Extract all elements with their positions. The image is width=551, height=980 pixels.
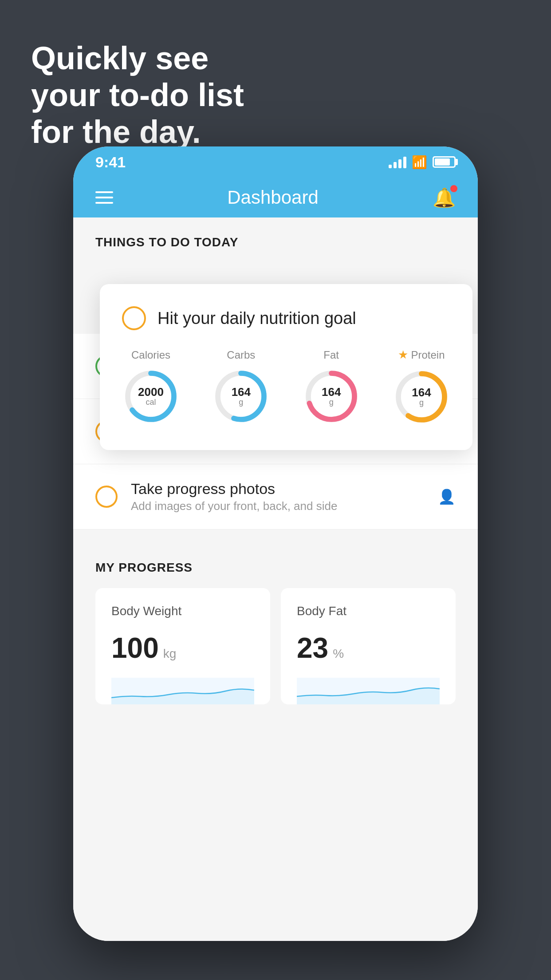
protein-donut: 164 g <box>393 368 450 426</box>
progress-card-weight-title: Body Weight <box>111 604 254 618</box>
progress-card-weight-unit: kg <box>163 647 177 661</box>
star-icon: ★ <box>398 348 408 362</box>
section-title: THINGS TO DO TODAY <box>95 235 238 249</box>
weight-chart <box>111 678 254 704</box>
nutrition-calories: Calories 2000 cal <box>122 349 180 425</box>
progress-card-fat-unit: % <box>333 647 344 661</box>
todo-title-photos: Take progress photos <box>131 480 425 498</box>
progress-card-fat[interactable]: Body Fat 23 % <box>281 588 456 704</box>
carbs-donut: 164 g <box>212 368 270 425</box>
progress-card-weight[interactable]: Body Weight 100 kg <box>95 588 270 704</box>
status-bar: 9:41 📶 <box>73 146 478 178</box>
nutrition-fat: Fat 164 g <box>303 349 360 425</box>
section-header: THINGS TO DO TODAY <box>73 217 478 258</box>
fat-donut: 164 g <box>303 368 360 425</box>
progress-card-fat-value: 23 <box>297 632 328 664</box>
calories-label: Calories <box>131 349 170 361</box>
progress-section: MY PROGRESS Body Weight 100 kg <box>73 538 478 718</box>
signal-icon <box>389 156 406 168</box>
nav-title: Dashboard <box>227 187 318 208</box>
todo-circle-photos <box>95 486 118 508</box>
hamburger-menu-button[interactable] <box>95 191 113 204</box>
protein-label: Protein <box>411 349 445 361</box>
fat-chart <box>297 678 440 704</box>
nutrition-carbs: Carbs 164 g <box>212 349 270 425</box>
todo-item-photos[interactable]: Take progress photos Add images of your … <box>73 464 478 530</box>
nutrition-goal-circle <box>122 306 146 330</box>
nutrition-card: Hit your daily nutrition goal Calories 2… <box>100 284 472 450</box>
photos-icon: 👤 <box>438 488 456 505</box>
status-time: 9:41 <box>95 154 126 171</box>
carbs-label: Carbs <box>227 349 255 361</box>
wifi-icon: 📶 <box>412 155 427 170</box>
nav-bar: Dashboard 🔔 <box>73 178 478 217</box>
phone-frame: 9:41 📶 Dashboard 🔔 THINGS TO <box>73 146 478 941</box>
hero-text: Quickly see your to-do list for the day. <box>31 40 244 150</box>
battery-icon <box>433 156 456 168</box>
todo-subtitle-photos: Add images of your front, back, and side <box>131 499 425 513</box>
fat-label: Fat <box>323 349 339 361</box>
notifications-button[interactable]: 🔔 <box>433 187 456 209</box>
progress-card-fat-title: Body Fat <box>297 604 440 618</box>
nutrition-goal-title: Hit your daily nutrition goal <box>157 309 356 328</box>
nutrition-protein: ★ Protein 164 g <box>393 348 450 426</box>
progress-card-weight-value: 100 <box>111 632 159 664</box>
calories-donut: 2000 cal <box>122 368 180 425</box>
progress-title: MY PROGRESS <box>95 561 456 575</box>
